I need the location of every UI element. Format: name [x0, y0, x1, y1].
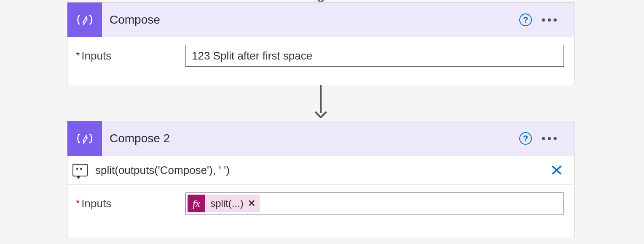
required-marker: * — [76, 198, 80, 209]
compose-icon — [67, 3, 102, 37]
expression-pill[interactable]: fx split(...) ✕ — [188, 195, 260, 212]
card-header[interactable]: Compose 2 ? ••• — [67, 121, 574, 156]
inputs-label: * Inputs — [76, 197, 185, 210]
flow-designer-canvas: Compose ? ••• * Inputs — [0, 0, 644, 244]
remove-pill-icon[interactable]: ✕ — [248, 198, 255, 209]
card-title: Compose — [110, 13, 160, 27]
card-body: * Inputs — [67, 37, 574, 74]
inputs-row: * Inputs — [76, 45, 564, 67]
required-marker: * — [76, 51, 80, 61]
card-title: Compose 2 — [110, 132, 170, 145]
help-icon[interactable]: ? — [519, 14, 532, 26]
inputs-text-field[interactable] — [185, 45, 564, 67]
inputs-label: * Inputs — [76, 49, 185, 62]
connector-line — [320, 85, 322, 113]
inputs-row: * Inputs fx split(...) ✕ — [76, 192, 564, 214]
action-card-compose-2: Compose 2 ? ••• ■ ■ split(outputs('Compo… — [67, 121, 574, 238]
help-icon[interactable]: ? — [519, 132, 532, 145]
more-menu-icon[interactable]: ••• — [539, 133, 561, 144]
expression-peek-row: ■ ■ split(outputs('Compose'), ' ') ✕ — [67, 156, 574, 185]
speech-bubble-icon: ■ ■ — [72, 164, 88, 176]
expression-text: split(outputs('Compose'), ' ') — [95, 164, 548, 177]
connector-arrow[interactable] — [320, 85, 321, 121]
card-body: * Inputs fx split(...) ✕ — [67, 185, 574, 222]
compose-icon — [67, 121, 102, 156]
expression-pill-label: split(...) — [210, 198, 244, 209]
chevron-down-icon — [314, 111, 327, 119]
inputs-expression-field[interactable]: fx split(...) ✕ — [185, 192, 564, 214]
fx-icon: fx — [188, 195, 205, 212]
more-menu-icon[interactable]: ••• — [539, 14, 561, 26]
close-icon[interactable]: ✕ — [548, 163, 566, 178]
card-header[interactable]: Compose ? ••• — [67, 3, 574, 37]
action-card-compose: Compose ? ••• * Inputs — [67, 2, 574, 85]
